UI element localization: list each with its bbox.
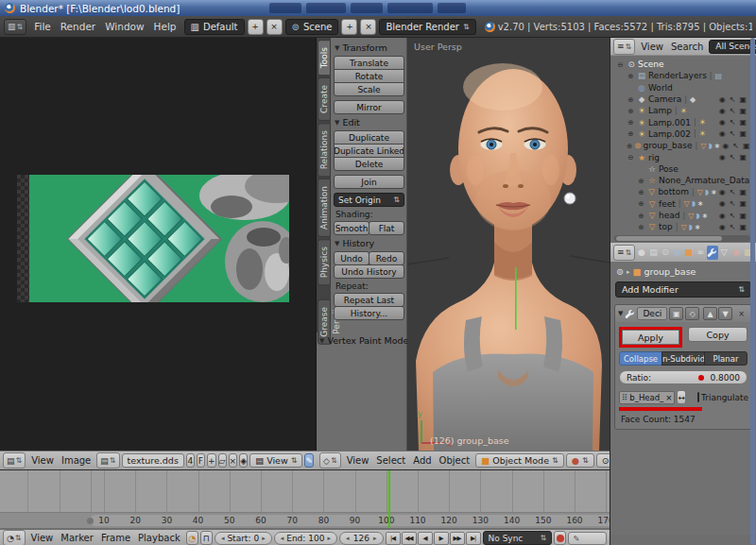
viewport-3d[interactable]: x y User Persp (126) group_base — [407, 38, 610, 451]
renderability-camera-icon[interactable]: ▣ — [739, 212, 747, 220]
menu-view[interactable]: View — [343, 455, 373, 466]
jump-to-start-button[interactable]: |◀ — [386, 532, 401, 545]
decimate-mode-collapse[interactable]: Collapse — [619, 351, 662, 366]
timeline-band[interactable] — [0, 470, 610, 512]
delete-button[interactable]: Delete — [334, 157, 404, 171]
selectability-arrow-icon[interactable]: ↖ — [730, 188, 736, 196]
outliner-row[interactable]: ⊕☀Lamp.001|☀◉↖▣ — [612, 116, 756, 128]
vertex-paint-panel-header[interactable]: ▼Vertex Paint Mode — [319, 335, 406, 346]
outliner-type-button[interactable]: ≡⇅ — [613, 39, 635, 55]
screen-layout-select[interactable]: ▥Default — [184, 19, 245, 35]
uv-canvas[interactable] — [0, 38, 317, 451]
render-visibility-toggle[interactable]: ▣ — [669, 307, 683, 320]
scale-button[interactable]: Scale — [334, 82, 404, 96]
undo-history-button[interactable]: Undo History — [334, 264, 404, 279]
menu-image[interactable]: Image — [58, 455, 94, 466]
paint-mode-toggle[interactable]: ✎ — [304, 453, 314, 468]
material-tab[interactable]: ◉ — [730, 246, 741, 260]
timeline-type-button[interactable]: ◔⇅ — [3, 530, 26, 545]
visibility-eye-icon[interactable]: ◉ — [719, 107, 726, 115]
visibility-eye-icon[interactable]: ◉ — [719, 95, 726, 104]
outliner-row[interactable]: ⊕▽bottom|▽◗∗◉↖▣ — [612, 186, 756, 197]
titlebar[interactable]: Blender* [F:\Blender\lod0.blend] — [0, 0, 756, 16]
menu-view[interactable]: View — [637, 42, 667, 52]
new-image-button[interactable]: + — [207, 453, 216, 468]
outliner-item-head[interactable]: head — [659, 211, 679, 220]
redo-button[interactable]: Redo — [369, 251, 404, 265]
copy-button[interactable]: Copy — [688, 327, 747, 342]
outliner-row[interactable]: ⊖★rig◉↖▣ — [612, 151, 756, 162]
visibility-eye-icon[interactable]: ◉ — [719, 153, 726, 162]
selectability-arrow-icon[interactable]: ↖ — [730, 153, 736, 162]
delete-layout-button[interactable]: × — [266, 19, 283, 35]
delete-scene-button[interactable]: × — [360, 19, 376, 35]
outliner-filter-select[interactable]: All Scenes — [709, 40, 756, 54]
renderability-camera-icon[interactable]: ▣ — [739, 223, 747, 231]
renderability-camera-icon[interactable]: ▣ — [739, 129, 747, 138]
shade-flat-button[interactable]: Flat — [369, 221, 404, 235]
visibility-eye-icon[interactable]: ◉ — [719, 118, 726, 127]
uv-editor-type-button[interactable]: ▤⇅ — [3, 452, 26, 468]
outliner-item-feet[interactable]: feet — [659, 199, 676, 209]
render-engine-select[interactable]: Blender Render⇅ — [379, 19, 475, 35]
menu-add[interactable]: Add — [409, 455, 435, 466]
menu-view[interactable]: View — [27, 455, 58, 466]
outliner-item-rig[interactable]: rig — [648, 153, 660, 162]
move-modifier-down-button[interactable]: ▼ — [718, 307, 732, 320]
jump-to-end-button[interactable]: ▶| — [466, 532, 481, 545]
outliner-item-world[interactable]: World — [648, 83, 673, 93]
tool-tab-tools[interactable]: Tools — [318, 40, 331, 76]
edit-panel-header[interactable]: ▼Edit — [335, 117, 404, 128]
outliner-row[interactable]: ⊕▽feet|▽◗∗◉↖▣ — [612, 198, 756, 210]
properties-type-button[interactable]: ≡⇅ — [613, 245, 635, 261]
outliner-item-scene[interactable]: Scene — [638, 60, 663, 69]
outliner-row[interactable]: ⊕▤RenderLayers|▤ — [612, 70, 756, 81]
unlink-image-button[interactable]: × — [229, 453, 238, 468]
outliner-row[interactable]: ⊕☀Lamp|☀◉↖▣ — [612, 105, 756, 116]
shade-smooth-button[interactable]: Smooth — [334, 221, 369, 235]
frame-end-field[interactable]: ◂End:100▸ — [274, 532, 337, 545]
selectability-arrow-icon[interactable]: ↖ — [730, 199, 736, 208]
outliner-row[interactable]: ◎World — [612, 82, 756, 94]
vertex-group-field[interactable]: ⠿ b_Head_ × — [619, 391, 675, 404]
menu-marker[interactable]: Marker — [57, 533, 97, 543]
users-count-button[interactable]: 4 — [186, 453, 195, 468]
scene-select[interactable]: ⊚Scene — [285, 19, 339, 35]
triangulate-checkbox[interactable] — [697, 392, 699, 402]
expand-toggle-icon[interactable]: ⊖ — [627, 153, 635, 162]
collapse-triangle-icon[interactable]: ▼ — [618, 310, 623, 317]
open-image-button[interactable]: ▱ — [218, 453, 227, 468]
decimate-mode-un-subdivide[interactable]: Un-Subdivide — [662, 351, 705, 366]
outliner-row[interactable]: ⊕▽top|▽◗∗◉↖▣ — [612, 221, 756, 232]
invert-vertex-group-button[interactable]: ↔ — [677, 390, 686, 404]
mode-select[interactable]: ■Object Mode⇅ — [475, 453, 564, 468]
outliner-row[interactable]: ⊕☆None_Armature_Data — [612, 175, 756, 186]
menu-select[interactable]: Select — [372, 455, 409, 466]
menu-render[interactable]: Render — [56, 21, 100, 32]
menu-file[interactable]: File — [29, 21, 56, 32]
tool-tab-animation[interactable]: Animation — [318, 179, 331, 237]
object-tab[interactable]: ■ — [683, 246, 694, 260]
translate-button[interactable]: Translate — [334, 56, 404, 70]
menu-search[interactable]: Search — [667, 42, 707, 52]
outliner-row[interactable]: ⊕▽head|▽◗∗◉↖▣ — [612, 210, 756, 221]
properties-scrollbar[interactable] — [750, 38, 755, 545]
move-modifier-up-button[interactable]: ▲ — [703, 307, 717, 320]
data-tab[interactable]: ▽ — [719, 246, 730, 260]
modifier-name-field[interactable]: Deci — [637, 307, 667, 320]
renderability-camera-icon[interactable]: ▣ — [739, 95, 747, 104]
render-layers-tab[interactable]: ▤ — [648, 246, 659, 260]
outliner-item-lamp-001[interactable]: Lamp.001 — [648, 118, 691, 128]
selectability-arrow-icon[interactable]: ↖ — [730, 95, 736, 104]
scene-tab[interactable]: ⊙ — [660, 246, 670, 260]
outliner-row[interactable]: ⊕☀Lamp.002|☀◉↖▣ — [612, 128, 756, 140]
image-name-field[interactable]: texture.dds — [122, 453, 184, 468]
repeat-last-button[interactable]: Repeat Last — [334, 293, 404, 307]
outliner-item-none-armature-data[interactable]: None_Armature_Data — [659, 176, 749, 185]
outliner-item-lamp-002[interactable]: Lamp.002 — [648, 129, 691, 139]
visibility-eye-icon[interactable]: ◉ — [719, 212, 726, 220]
outliner-item-renderlayers[interactable]: RenderLayers — [648, 71, 707, 80]
menu-window[interactable]: Window — [100, 21, 148, 32]
ratio-slider[interactable]: Ratio: 0.8000 — [619, 370, 747, 384]
menu-playback[interactable]: Playback — [134, 533, 184, 543]
